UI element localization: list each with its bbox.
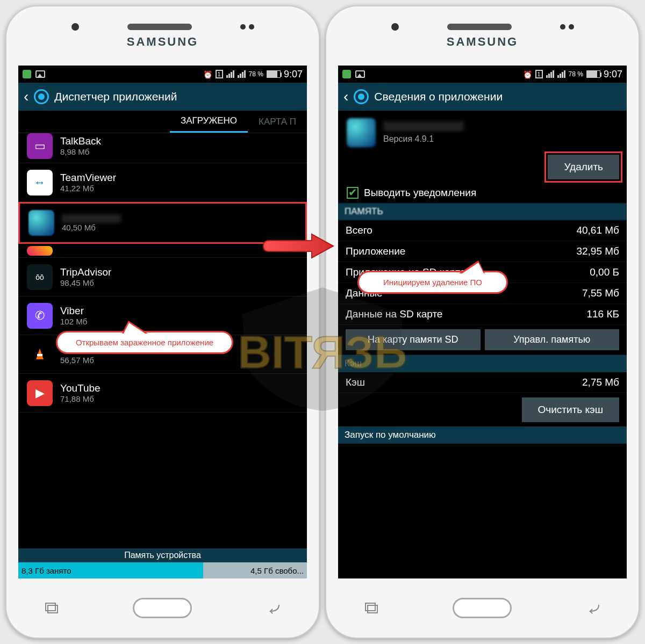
back-button-icon[interactable] <box>265 599 282 617</box>
screen-left: 1 78 % 9:07 ‹ Диспетчер приложений ЗАГРУ… <box>18 66 307 578</box>
callout-open-app: Открываем зараженное приложение <box>56 331 233 354</box>
callout-delete: Инициируем удаление ПО <box>357 271 508 294</box>
callout-text: Открываем зараженное приложение <box>76 338 213 347</box>
app-name: TalkBack <box>60 135 101 147</box>
storage-used: 8,3 Гб занято <box>18 562 203 578</box>
kv-key: Приложение <box>346 245 405 257</box>
tab-downloaded[interactable]: ЗАГРУЖЕНО <box>170 111 248 133</box>
tab-spacer <box>18 111 170 133</box>
home-button[interactable] <box>453 598 512 618</box>
app-icon-tripadvisor: ōō <box>27 264 53 290</box>
notifications-label: Выводить уведомления <box>364 187 476 199</box>
phone-nav <box>6 578 319 638</box>
section-memory: ПАМЯТЬ <box>338 203 627 220</box>
brand-label: SAMSUNG <box>127 35 198 49</box>
signal-icon-2 <box>557 70 565 78</box>
list-item[interactable]: ✆ Viber 102 Мб <box>18 296 307 335</box>
app-size: 40,50 Мб <box>62 223 121 232</box>
svg-rect-3 <box>48 605 58 613</box>
phone-frame-top: SAMSUNG <box>326 6 639 66</box>
app-icon-large <box>347 118 376 147</box>
kv-value: 0,00 Б <box>590 266 619 278</box>
clear-cache-row: Очистить кэш <box>338 393 627 426</box>
app-version: Версия 4.9.1 <box>383 134 464 144</box>
app-name: YouTube <box>60 382 101 394</box>
signal-icon-2 <box>238 70 246 78</box>
list-item[interactable]: ▶ YouTube 71,88 Мб <box>18 374 307 413</box>
status-bar: 1 78 % 9:07 <box>18 66 307 83</box>
screen-right: 1 78 % 9:07 ‹ Сведения о приложении Верс… <box>338 66 627 578</box>
app-icon-viber: ✆ <box>27 303 53 329</box>
app-name: TeamViewer <box>60 172 116 184</box>
page-header[interactable]: ‹ Диспетчер приложений <box>18 83 307 111</box>
sim-icon: 1 <box>216 70 223 78</box>
kv-key: Данные на SD карте <box>346 308 442 320</box>
battery-icon <box>267 70 281 78</box>
app-icon-teamviewer: ↔ <box>27 170 53 196</box>
app-icon-unknown <box>28 210 54 236</box>
app-icon-vlc <box>27 342 53 367</box>
clear-cache-button[interactable]: Очистить кэш <box>522 397 619 422</box>
svg-rect-5 <box>368 605 377 613</box>
kv-value: 40,61 Мб <box>576 225 619 236</box>
table-row: Данные на SD карте116 КБ <box>338 304 627 325</box>
table-row: Всего40,61 Мб <box>338 220 627 241</box>
recent-apps-icon[interactable] <box>43 599 60 617</box>
app-name-blurred <box>62 214 121 223</box>
settings-icon <box>34 89 49 104</box>
back-icon[interactable]: ‹ <box>24 89 28 104</box>
kv-value: 32,95 Мб <box>576 245 619 257</box>
settings-icon <box>354 89 369 104</box>
kv-key: Всего <box>346 225 372 236</box>
alarm-icon <box>203 70 212 79</box>
phone-left: SAMSUNG 1 78 % 9:07 <box>5 5 320 639</box>
stage: ВIТЯЗЬ SAMSUNG 1 <box>5 5 640 639</box>
kv-value: 116 КБ <box>586 308 619 320</box>
delete-button[interactable]: Удалить <box>548 155 619 179</box>
page-title: Диспетчер приложений <box>54 90 177 103</box>
list-item[interactable]: ↔ TeamViewer 41,22 Мб <box>18 163 307 202</box>
sim-icon: 1 <box>535 70 543 78</box>
app-size: 56,57 Мб <box>60 356 94 365</box>
app-size: 98,45 Мб <box>60 278 111 287</box>
app-size: 102 Мб <box>60 317 87 326</box>
app-size: 41,22 Мб <box>60 184 116 193</box>
callout-text: Инициируем удаление ПО <box>383 278 482 287</box>
tab-bar: ЗАГРУЖЕНО КАРТА П <box>18 111 307 133</box>
battery-pct: 78 % <box>249 70 263 78</box>
shield-icon <box>23 70 31 78</box>
picture-icon <box>355 70 365 78</box>
battery-pct: 78 % <box>569 70 583 78</box>
svg-rect-2 <box>46 603 55 611</box>
notifications-row[interactable]: Выводить уведомления <box>338 183 627 203</box>
back-icon[interactable]: ‹ <box>343 89 348 104</box>
checkbox-checked-icon[interactable] <box>347 187 359 199</box>
app-title-blurred <box>383 121 464 131</box>
picture-icon <box>35 70 45 78</box>
section-cache: Кэш <box>338 355 627 372</box>
phone-nav <box>326 578 639 638</box>
move-sd-button[interactable]: На карту памяти SD <box>346 329 481 350</box>
app-header: Версия 4.9.1 <box>338 111 627 155</box>
manage-memory-button[interactable]: Управл. памятью <box>485 329 620 350</box>
back-button-icon[interactable] <box>585 599 602 617</box>
shield-icon <box>342 70 351 78</box>
phone-frame-top: SAMSUNG <box>6 6 319 66</box>
tab-sdcard[interactable]: КАРТА П <box>248 111 307 133</box>
list-item[interactable]: ▭ TalkBack 8,98 Мб <box>18 133 307 163</box>
page-title: Сведения о приложении <box>374 90 503 103</box>
page-header[interactable]: ‹ Сведения о приложении <box>338 83 627 111</box>
table-row: Приложение32,95 Мб <box>338 241 627 262</box>
table-row: Кэш2,75 Мб <box>338 372 627 393</box>
svg-rect-1 <box>37 354 42 356</box>
storage-bar: 8,3 Гб занято 4,5 Гб свобо... <box>18 562 307 578</box>
app-size: 71,88 Мб <box>60 394 101 403</box>
storage-free: 4,5 Гб свобо... <box>250 566 307 575</box>
home-button[interactable] <box>133 598 192 618</box>
recent-apps-icon[interactable] <box>363 599 380 617</box>
phone-right: SAMSUNG 1 78 % 9:07 ‹ <box>325 5 640 639</box>
status-bar: 1 78 % 9:07 <box>338 66 627 83</box>
battery-icon <box>586 70 600 78</box>
memory-buttons: На карту памяти SD Управл. памятью <box>338 325 627 355</box>
brand-label: SAMSUNG <box>447 35 518 49</box>
